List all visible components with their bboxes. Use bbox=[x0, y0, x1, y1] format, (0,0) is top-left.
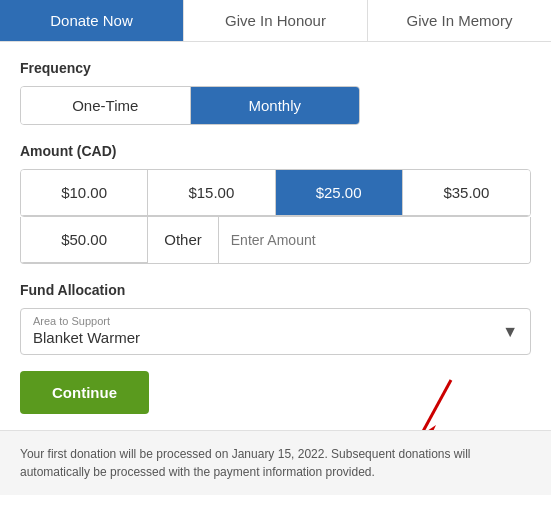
tab-give-in-memory[interactable]: Give In Memory bbox=[368, 0, 551, 41]
other-amount-input[interactable] bbox=[219, 217, 530, 263]
tab-give-in-honour[interactable]: Give In Honour bbox=[184, 0, 368, 41]
amount-50[interactable]: $50.00 bbox=[21, 217, 148, 263]
frequency-toggle: One-Time Monthly bbox=[20, 86, 360, 125]
amount-grid: $10.00 $15.00 $25.00 $35.00 bbox=[20, 169, 531, 217]
amount-25[interactable]: $25.00 bbox=[276, 170, 403, 216]
footer-wrapper: Your first donation will be processed on… bbox=[0, 430, 551, 495]
amount-35[interactable]: $35.00 bbox=[403, 170, 530, 216]
frequency-label: Frequency bbox=[20, 60, 531, 76]
fund-allocation-section: Fund Allocation Area to Support Blanket … bbox=[20, 282, 531, 355]
frequency-one-time[interactable]: One-Time bbox=[21, 87, 191, 124]
amount-label: Amount (CAD) bbox=[20, 143, 531, 159]
tab-donate-now[interactable]: Donate Now bbox=[0, 0, 184, 41]
footer-note: Your first donation will be processed on… bbox=[0, 430, 551, 495]
other-row: $50.00 Other bbox=[20, 217, 531, 264]
other-label: Other bbox=[148, 217, 219, 263]
fund-allocation-label: Fund Allocation bbox=[20, 282, 531, 298]
continue-button[interactable]: Continue bbox=[20, 371, 149, 414]
frequency-monthly[interactable]: Monthly bbox=[191, 87, 360, 124]
amount-15[interactable]: $15.00 bbox=[148, 170, 275, 216]
main-content: Frequency One-Time Monthly Amount (CAD) … bbox=[0, 42, 551, 430]
amount-10[interactable]: $10.00 bbox=[21, 170, 148, 216]
fund-allocation-select-wrapper[interactable]: Area to Support Blanket Warmer ▼ Blanket… bbox=[20, 308, 531, 355]
tab-bar: Donate Now Give In Honour Give In Memory bbox=[0, 0, 551, 42]
